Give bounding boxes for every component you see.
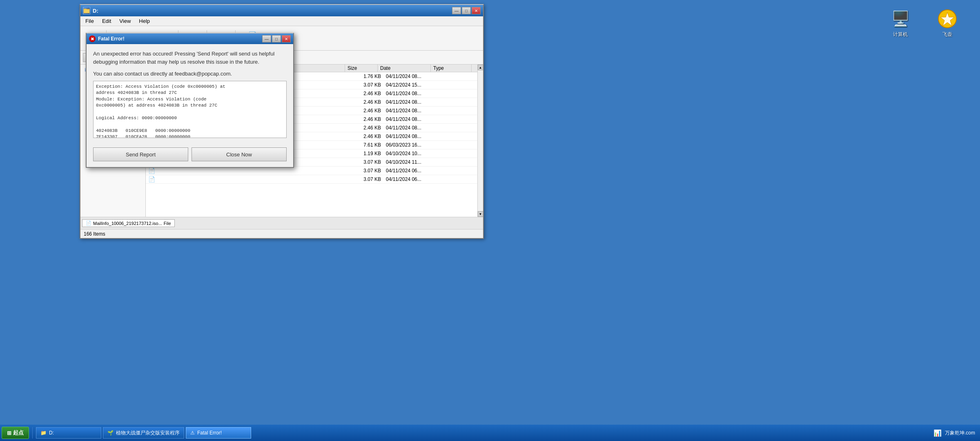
file-type-cell bbox=[437, 102, 477, 102]
desktop-icon-feizao[interactable]: 飞壶 bbox=[931, 8, 964, 38]
desktop-icon-jisuanji[interactable]: 🖥️ 计算机 bbox=[884, 8, 917, 38]
file-type-cell bbox=[437, 110, 477, 111]
svg-rect-3 bbox=[84, 9, 87, 10]
menu-edit[interactable]: Edit bbox=[99, 17, 114, 25]
file-name-cell: 📄 bbox=[146, 176, 351, 183]
taskbar-explorer-icon: 📁 bbox=[40, 430, 47, 436]
send-report-button[interactable]: Send Report bbox=[93, 147, 188, 161]
file-type-cell bbox=[437, 170, 477, 171]
file-tab-label: MailInfo_10006_2192173712.iso... bbox=[93, 221, 162, 226]
file-tab-icon: 📄 bbox=[86, 220, 91, 226]
file-type-cell bbox=[437, 145, 477, 145]
dialog-error-log[interactable] bbox=[93, 81, 287, 138]
file-size-cell: 2.46 KB bbox=[351, 116, 383, 122]
file-type-cell bbox=[437, 136, 477, 137]
file-icon: 📄 bbox=[148, 167, 155, 174]
taskbar-explorer-label: D: bbox=[49, 430, 54, 436]
file-date-cell: 04/11/2024 08... bbox=[383, 107, 437, 114]
taskbar-item-explorer[interactable]: 📁 D: bbox=[36, 427, 101, 439]
file-date-cell: 04/11/2024 08... bbox=[383, 90, 437, 97]
explorer-title-icon bbox=[83, 7, 90, 14]
jisuanji-icon: 🖥️ bbox=[890, 8, 911, 29]
menu-file[interactable]: File bbox=[82, 17, 97, 25]
taskbar-fatal-icon: ⚠ bbox=[190, 430, 195, 436]
table-row[interactable]: 📄 3.07 KB 04/11/2024 06... bbox=[146, 175, 477, 184]
explorer-menubar: File Edit View Help bbox=[80, 16, 483, 26]
scrollbar[interactable]: ▲ ▼ bbox=[477, 65, 483, 217]
taskbar-systray: 📊 万象乾坤.com bbox=[930, 429, 978, 437]
file-type-cell bbox=[437, 127, 477, 128]
close-now-button[interactable]: Close Now bbox=[192, 147, 287, 161]
scroll-down-btn[interactable]: ▼ bbox=[478, 211, 483, 217]
file-size-cell: 3.07 KB bbox=[351, 176, 383, 183]
file-date-cell: 04/11/2024 08... bbox=[383, 99, 437, 105]
dialog-controls: — □ ✕ bbox=[262, 35, 291, 42]
taskbar-installer-label: 植物大战僵尸杂交版安装程序 bbox=[116, 430, 180, 437]
explorer-minimize-btn[interactable]: — bbox=[452, 7, 461, 14]
taskbar-installer-icon: 🌱 bbox=[107, 430, 114, 436]
desktop: 🖥️ 计算机 飞壶 D: bbox=[0, 0, 980, 441]
file-size-cell: 2.46 KB bbox=[351, 133, 383, 140]
menu-view[interactable]: View bbox=[116, 17, 134, 25]
file-type-cell bbox=[437, 153, 477, 154]
file-size-cell: 2.46 KB bbox=[351, 125, 383, 131]
file-tab-mailinfo[interactable]: 📄 MailInfo_10006_2192173712.iso... File bbox=[82, 219, 175, 227]
file-type-cell bbox=[437, 179, 477, 180]
file-date-cell: 04/11/2024 08... bbox=[383, 133, 437, 140]
taskbar-item-installer[interactable]: 🌱 植物大战僵尸杂交版安装程序 bbox=[103, 427, 184, 439]
file-size-cell: 2.46 KB bbox=[351, 99, 383, 105]
file-tabs: 📄 MailInfo_10006_2192173712.iso... File bbox=[80, 217, 483, 229]
explorer-title: D: bbox=[93, 8, 98, 14]
file-date-cell: 04/11/2024 08... bbox=[383, 73, 437, 80]
jisuanji-label: 计算机 bbox=[893, 31, 908, 38]
start-label: 起点 bbox=[13, 429, 24, 437]
taskbar-item-fatal[interactable]: ⚠ Fatal Error! bbox=[186, 427, 251, 439]
explorer-status-bar: 166 Items bbox=[80, 229, 483, 238]
file-type-cell bbox=[437, 93, 477, 94]
explorer-maximize-btn[interactable]: □ bbox=[462, 7, 471, 14]
table-row[interactable]: 📄 3.07 KB 04/11/2024 06... bbox=[146, 167, 477, 175]
file-size-cell: 1.76 KB bbox=[351, 73, 383, 80]
file-size-cell: 2.46 KB bbox=[351, 107, 383, 114]
feizao-icon bbox=[937, 8, 958, 29]
svg-rect-2 bbox=[84, 10, 89, 13]
file-size-cell: 3.07 KB bbox=[351, 159, 383, 165]
file-size-cell: 1.19 KB bbox=[351, 150, 383, 157]
taskbar-fatal-label: Fatal Error! bbox=[197, 430, 222, 436]
file-type-cell bbox=[437, 76, 477, 77]
start-button[interactable]: ⊞ 起点 bbox=[2, 427, 29, 439]
scroll-up-btn[interactable]: ▲ bbox=[478, 65, 483, 70]
file-date-cell: 04/12/2024 15... bbox=[383, 82, 437, 88]
status-text: 166 Items bbox=[84, 231, 105, 237]
file-date-cell: 04/11/2024 06... bbox=[383, 167, 437, 174]
dialog-close-btn[interactable]: ✕ bbox=[282, 35, 291, 42]
col-header-type[interactable]: Type bbox=[431, 65, 472, 72]
feizao-label: 飞壶 bbox=[942, 31, 952, 38]
file-date-cell: 04/11/2024 08... bbox=[383, 116, 437, 122]
fatal-error-dialog: ✖ Fatal Error! — □ ✕ An unexpected error… bbox=[86, 33, 294, 168]
col-header-size[interactable]: Size bbox=[345, 65, 378, 72]
file-date-cell: 04/10/2024 10... bbox=[383, 150, 437, 157]
file-type-cell bbox=[437, 119, 477, 120]
dialog-minimize-btn[interactable]: — bbox=[262, 35, 271, 42]
menu-help[interactable]: Help bbox=[136, 17, 153, 25]
dialog-title: Fatal Error! bbox=[98, 36, 125, 42]
dialog-titlebar: ✖ Fatal Error! — □ ✕ bbox=[87, 33, 293, 44]
file-date-cell: 04/11/2024 08... bbox=[383, 125, 437, 131]
start-icon: ⊞ bbox=[7, 430, 11, 436]
col-header-date[interactable]: Date bbox=[378, 65, 431, 72]
file-date-cell: 06/03/2023 16... bbox=[383, 142, 437, 148]
dialog-message: An unexpected error has occured! Pressin… bbox=[93, 50, 287, 66]
tray-site-label: 万象乾坤.com bbox=[945, 430, 975, 437]
taskbar: ⊞ 起点 📁 D: 🌱 植物大战僵尸杂交版安装程序 ⚠ Fatal Error!… bbox=[0, 425, 980, 441]
file-size-cell: 2.46 KB bbox=[351, 90, 383, 97]
taskbar-sep bbox=[32, 427, 33, 439]
file-date-cell: 04/10/2024 11... bbox=[383, 159, 437, 165]
dialog-contact: You can also contact us directly at feed… bbox=[93, 71, 287, 77]
explorer-close-btn[interactable]: ✕ bbox=[472, 7, 481, 14]
file-icon: 📄 bbox=[148, 176, 155, 183]
tray-icon-chart[interactable]: 📊 bbox=[933, 429, 942, 437]
dialog-maximize-btn[interactable]: □ bbox=[272, 35, 281, 42]
file-date-cell: 04/11/2024 06... bbox=[383, 176, 437, 183]
dialog-error-icon: ✖ bbox=[89, 36, 96, 42]
